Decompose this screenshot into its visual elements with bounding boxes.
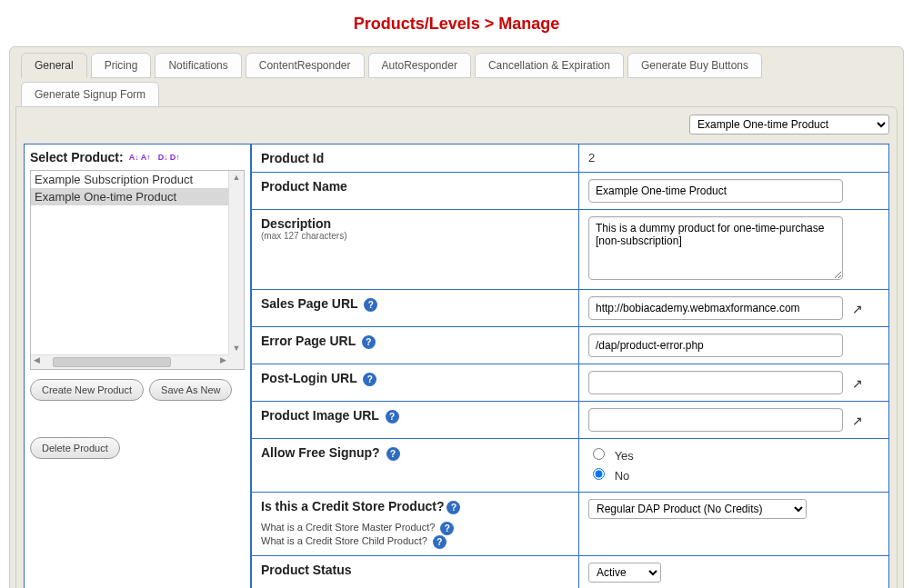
sidebar: Select Product: A↓ A↑ D↓ D↑ Example Subs… [24,144,251,588]
tab-notifications[interactable]: Notifications [155,53,241,78]
open-link-icon[interactable]: ↗ [852,302,863,316]
tab-buy-buttons[interactable]: Generate Buy Buttons [627,53,762,78]
open-link-icon[interactable]: ↗ [852,414,863,428]
tab-cancellation[interactable]: Cancellation & Expiration [475,53,624,78]
label-product-image-url: Product Image URL ? [252,402,579,439]
select-product-status[interactable]: Active [588,563,661,583]
scrollbar-vertical[interactable]: ▲ ▼ [228,171,244,354]
help-icon[interactable]: ? [386,447,400,461]
product-list[interactable]: Example Subscription Product Example One… [30,170,245,370]
page-title: Products/Levels > Manage [9,15,904,34]
radio-label-yes: Yes [615,449,634,463]
create-product-button[interactable]: Create New Product [30,379,144,401]
help-icon[interactable]: ? [440,522,454,535]
delete-product-button[interactable]: Delete Product [30,437,120,459]
open-link-icon[interactable]: ↗ [852,376,863,391]
label-credit-store: Is this a Credit Store Product?? What is… [252,493,579,556]
input-product-name[interactable] [588,179,843,203]
label-error-page-url: Error Page URL ? [252,327,579,364]
tab-general[interactable]: General [21,53,87,78]
product-quick-select[interactable]: Example One-time Product [689,115,889,135]
radio-free-signup-yes[interactable] [593,448,605,460]
product-form: Product Id 2 Product Name Description (m… [251,144,889,588]
help-icon[interactable]: ? [446,501,460,514]
label-product-name: Product Name [252,173,579,210]
help-icon[interactable]: ? [364,298,377,312]
scrollbar-horizontal[interactable]: ◀ ▶ [31,354,228,369]
tab-contentresponder[interactable]: ContentResponder [246,53,365,78]
label-allow-free-signup: Allow Free Signup? ? [252,439,579,493]
label-post-login-url: Post-Login URL ? [252,364,579,402]
input-sales-page-url[interactable] [588,296,843,320]
help-icon[interactable]: ? [386,410,399,424]
tab-autoresponder[interactable]: AutoResponder [368,53,471,78]
help-icon[interactable]: ? [433,535,446,549]
sort-date-desc-icon[interactable]: D↑ [170,154,180,162]
value-product-id: 2 [579,145,889,173]
sidebar-header: Select Product: A↓ A↑ D↓ D↑ [30,150,245,164]
help-icon[interactable]: ? [362,335,376,349]
help-icon[interactable]: ? [363,373,376,386]
input-product-image-url[interactable] [588,408,843,432]
main-panel: General Pricing Notifications ContentRes… [9,46,904,588]
tab-pricing[interactable]: Pricing [91,53,152,78]
label-product-status: Product Status [252,555,579,588]
input-post-login-url[interactable] [588,371,843,394]
input-error-page-url[interactable] [588,334,843,357]
sort-za-icon[interactable]: A↑ [141,154,151,162]
tab-bar: General Pricing Notifications ContentRes… [15,53,898,107]
tab-signup-form[interactable]: Generate Signup Form [21,82,159,107]
radio-free-signup-no[interactable] [593,468,605,480]
tab-body: Example One-time Product Select Product:… [15,106,898,588]
sort-az-icon[interactable]: A↓ [129,154,139,162]
select-credit-store[interactable]: Regular DAP Product (No Credits) [588,499,807,519]
sort-icons: A↓ A↑ D↓ D↑ [129,154,180,162]
label-product-id: Product Id [252,145,579,173]
radio-label-no: No [615,469,630,483]
input-description[interactable] [588,216,843,280]
sort-date-asc-icon[interactable]: D↓ [158,154,168,162]
list-item[interactable]: Example Subscription Product [31,171,244,188]
label-sales-page-url: Sales Page URL ? [252,290,579,327]
save-as-new-button[interactable]: Save As New [149,379,232,401]
list-item[interactable]: Example One-time Product [31,188,244,205]
label-description: Description (max 127 characters) [252,210,579,290]
